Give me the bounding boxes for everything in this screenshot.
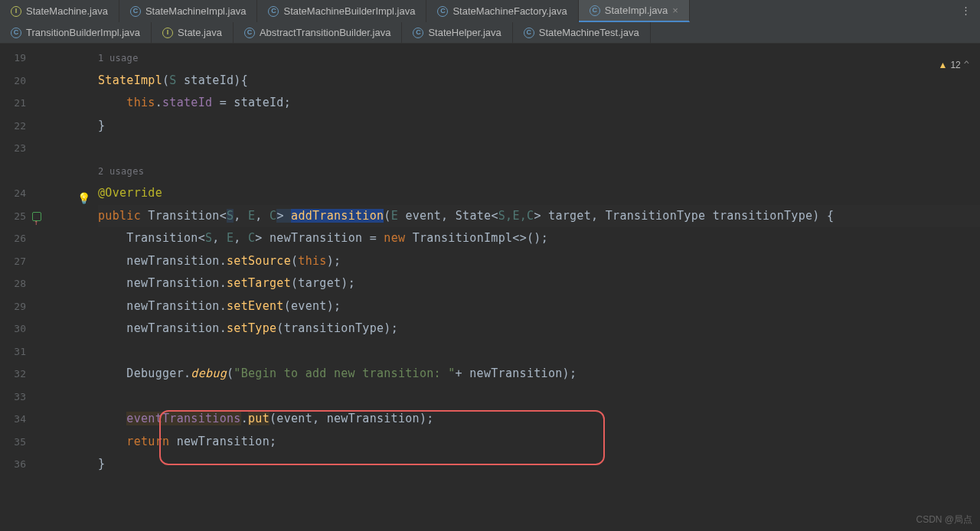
- gutter-line[interactable]: 36: [0, 453, 41, 476]
- code-line[interactable]: @Override: [98, 182, 980, 205]
- inlay-usages[interactable]: 2 usages: [98, 166, 144, 177]
- tab-stateimpl[interactable]: CStateImpl.java×: [579, 0, 690, 22]
- code-line-current[interactable]: public Transition<S, E, C> addTransition…: [98, 205, 980, 228]
- code-line[interactable]: StateImpl(S stateId){: [98, 70, 980, 93]
- file-class-icon: C: [524, 28, 534, 38]
- code-line[interactable]: }: [98, 115, 980, 138]
- tab-label: StateHelper.java: [428, 27, 501, 38]
- close-icon[interactable]: ×: [672, 5, 678, 16]
- tab-abstracttransitionbuilder[interactable]: CAbstractTransitionBuilder.java: [234, 22, 403, 43]
- inlay-usages[interactable]: 1 usage: [98, 53, 139, 64]
- tab-statemachinetest[interactable]: CStateMachineTest.java: [513, 22, 651, 43]
- code-line[interactable]: }: [98, 453, 980, 476]
- code-line[interactable]: eventTransitions.put(event, newTransitio…: [98, 408, 980, 431]
- gutter-line[interactable]: 33: [0, 386, 41, 409]
- code-line[interactable]: this.stateId = stateId;: [98, 92, 980, 115]
- tab-label: StateMachineFactory.java: [452, 5, 567, 17]
- tab-row-2: CTransitionBuilderImpl.javaIState.javaCA…: [0, 22, 980, 43]
- code-line[interactable]: [98, 137, 980, 160]
- file-class-icon: C: [11, 28, 21, 38]
- code-line[interactable]: newTransition.setTarget(target);: [98, 272, 980, 295]
- gutter-line[interactable]: 28: [0, 272, 41, 295]
- editor[interactable]: 192021222324💡252627282930313233343536 1 …: [0, 44, 980, 520]
- tab-label: StateMachine.java: [26, 5, 108, 17]
- tab-bar: IStateMachine.javaCStateMachineImpl.java…: [0, 0, 980, 44]
- tab-label: StateImpl.java: [605, 5, 668, 16]
- method-name-selected: addTransition: [291, 209, 384, 223]
- tab-statemachinefactory[interactable]: CStateMachineFactory.java: [426, 0, 578, 22]
- code-line[interactable]: newTransition.setType(transitionType);: [98, 318, 980, 340]
- gutter-line[interactable]: [0, 160, 41, 183]
- tab-transitionbuilderimpl[interactable]: CTransitionBuilderImpl.java: [0, 22, 152, 43]
- gutter-line[interactable]: 30: [0, 318, 41, 340]
- gutter-line[interactable]: 26: [0, 227, 41, 250]
- tab-statemachineimpl[interactable]: CStateMachineImpl.java: [119, 0, 258, 22]
- gutter-line[interactable]: 22: [0, 115, 41, 138]
- gutter-line[interactable]: 21: [0, 92, 41, 115]
- code-line[interactable]: return newTransition;: [98, 431, 980, 454]
- tab-state[interactable]: IState.java: [152, 22, 234, 43]
- code-line[interactable]: newTransition.setEvent(event);: [98, 295, 980, 318]
- gutter-line[interactable]: 19: [0, 47, 41, 70]
- tab-label: TransitionBuilderImpl.java: [26, 27, 140, 38]
- code-line[interactable]: [98, 340, 980, 363]
- tab-statehelper[interactable]: CStateHelper.java: [402, 22, 512, 43]
- gutter: 192021222324💡252627282930313233343536: [0, 44, 41, 520]
- gutter-line[interactable]: 35: [0, 431, 41, 454]
- tab-label: State.java: [178, 27, 222, 38]
- gutter-line[interactable]: 24💡: [0, 182, 41, 205]
- gutter-line[interactable]: 23: [0, 137, 41, 160]
- tab-row-1: IStateMachine.javaCStateMachineImpl.java…: [0, 0, 980, 22]
- tab-statemachine[interactable]: IStateMachine.java: [0, 0, 119, 22]
- override-gutter-icon[interactable]: [32, 212, 41, 221]
- code-line[interactable]: Transition<S, E, C> newTransition = new …: [98, 227, 980, 250]
- file-class-icon: C: [413, 28, 423, 38]
- file-interface-icon: I: [11, 6, 21, 17]
- code-line[interactable]: Debugger.debug("Begin to add new transit…: [98, 363, 980, 386]
- file-interface-icon: I: [162, 28, 173, 38]
- file-class-icon: C: [130, 6, 141, 17]
- gutter-line[interactable]: 34: [0, 408, 41, 431]
- tabs-overflow-button[interactable]: ⋮: [952, 0, 980, 22]
- gutter-line[interactable]: 32: [0, 363, 41, 386]
- tab-label: StateMachineImpl.java: [145, 5, 247, 17]
- gutter-line[interactable]: 20: [0, 70, 41, 93]
- code-line[interactable]: newTransition.setSource(this);: [98, 250, 980, 273]
- gutter-line[interactable]: 25: [0, 205, 41, 228]
- code-line[interactable]: [98, 386, 980, 409]
- file-class-icon: C: [437, 6, 448, 17]
- file-class-icon: C: [244, 28, 255, 38]
- gutter-line[interactable]: 31: [0, 340, 41, 363]
- tab-label: AbstractTransitionBuilder.java: [260, 27, 391, 38]
- file-class-icon: C: [590, 5, 600, 16]
- tab-label: StateMachineBuilderImpl.java: [283, 5, 415, 17]
- code-area[interactable]: 1 usage StateImpl(S stateId){ this.state…: [41, 44, 980, 520]
- watermark: CSDN @局点: [916, 513, 972, 526]
- gutter-line[interactable]: 27: [0, 250, 41, 273]
- tab-statemachinebuilderimpl[interactable]: CStateMachineBuilderImpl.java: [257, 0, 426, 22]
- tab-label: StateMachineTest.java: [539, 27, 639, 38]
- gutter-line[interactable]: 29: [0, 295, 41, 318]
- file-class-icon: C: [268, 6, 279, 17]
